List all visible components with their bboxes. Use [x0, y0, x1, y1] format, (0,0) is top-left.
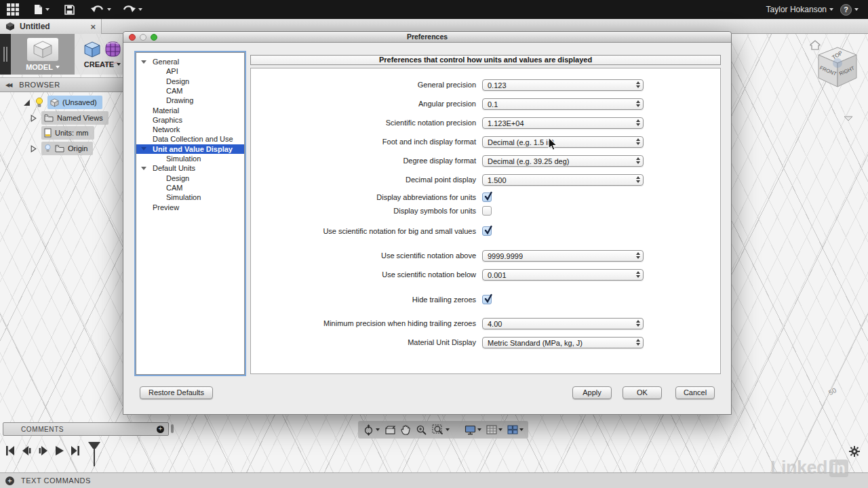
preferences-tree-item-unit-and-value-display[interactable]: Unit and Value Display	[136, 144, 244, 154]
display-abbreviations-for-units-checkbox[interactable]	[482, 192, 492, 202]
cancel-button[interactable]: Cancel	[675, 386, 715, 399]
collapsed-node-icon[interactable]	[30, 115, 37, 122]
create-form-icon[interactable]	[104, 41, 121, 58]
add-comment-icon[interactable]: +	[157, 426, 164, 433]
preferences-tree-item-general[interactable]: General	[136, 57, 244, 66]
preferences-tree-item-network[interactable]: Network	[136, 125, 244, 134]
select-stepper-icon[interactable]	[636, 156, 640, 166]
orbit-caret-icon[interactable]	[376, 428, 380, 431]
orbit-tool[interactable]	[363, 424, 380, 436]
units-item[interactable]: Units: mm	[41, 126, 94, 140]
select-stepper-icon[interactable]	[636, 99, 640, 109]
preferences-tree-item-simulation[interactable]: Simulation	[136, 192, 244, 202]
visibility-bulb-icon[interactable]	[35, 97, 44, 108]
grid-caret-icon[interactable]	[498, 428, 502, 431]
select-stepper-icon[interactable]	[636, 137, 640, 147]
zoom-tool[interactable]	[416, 424, 427, 436]
save-icon[interactable]	[64, 5, 75, 15]
model-workspace-menu[interactable]: MODEL	[11, 34, 75, 75]
preferences-tree-item-cam[interactable]: CAM	[136, 86, 244, 96]
select-stepper-icon[interactable]	[636, 251, 640, 261]
file-menu-icon[interactable]	[34, 4, 50, 15]
fit-tool[interactable]	[432, 424, 450, 436]
preferences-tree-item-design[interactable]: Design	[136, 77, 244, 86]
degree-display-format-select[interactable]: Decimal (e.g. 39.25 deg)	[482, 155, 644, 167]
viewcube-cube[interactable]: TOP FRONT RIGHT	[818, 47, 856, 87]
fit-caret-icon[interactable]	[446, 428, 450, 431]
close-window-icon[interactable]	[129, 34, 136, 41]
grid-snap-settings[interactable]	[486, 425, 502, 434]
viewcube-menu-icon[interactable]	[844, 117, 852, 121]
visibility-bulb-off-icon[interactable]	[44, 144, 52, 153]
viewcube[interactable]: TOP FRONT RIGHT	[804, 37, 868, 131]
general-precision-select[interactable]: 0.123	[482, 79, 644, 91]
select-stepper-icon[interactable]	[636, 319, 640, 329]
go-to-start-button[interactable]	[5, 445, 15, 456]
create-box-icon[interactable]	[83, 41, 101, 58]
named-views-item[interactable]: Named Views	[41, 111, 108, 125]
preferences-tree-item-cam[interactable]: CAM	[136, 183, 244, 192]
preferences-tree-item-default-units[interactable]: Default Units	[136, 163, 244, 173]
step-forward-button[interactable]	[38, 445, 49, 456]
preferences-tree-item-data-collection-and-use[interactable]: Data Collection and Use	[136, 134, 244, 144]
document-root-item[interactable]: (Unsaved)	[47, 96, 102, 109]
select-stepper-icon[interactable]	[636, 80, 640, 90]
decimal-point-display-select[interactable]: 1.500	[482, 174, 644, 186]
display-symbols-for-units-checkbox[interactable]	[482, 206, 492, 216]
display-settings[interactable]	[465, 425, 481, 435]
timeline-marker[interactable]	[87, 442, 102, 466]
minimum-precision-when-hiding-trailing-zeroes-select[interactable]: 4.00	[482, 318, 644, 329]
tree-expander-icon[interactable]	[141, 147, 146, 150]
tree-expander-icon[interactable]	[141, 167, 146, 170]
minimize-window-icon[interactable]	[140, 34, 146, 41]
look-at-tool[interactable]	[384, 425, 396, 435]
use-scientific-notation-above-select[interactable]: 9999.9999	[482, 250, 644, 262]
angular-precision-select[interactable]: 0.1	[482, 98, 644, 110]
comments-panel[interactable]: COMMENTS +	[3, 422, 169, 436]
browser-item-unsaved[interactable]: (Unsaved)	[0, 96, 102, 109]
viewports-settings[interactable]	[507, 425, 524, 434]
step-back-button[interactable]	[21, 445, 32, 456]
text-commands-toggle-icon[interactable]: +	[5, 476, 14, 485]
redo-caret-icon[interactable]	[138, 8, 142, 11]
create-menu[interactable]: CREATE	[75, 34, 130, 75]
browser-collapse-icon[interactable]: ◀◀	[5, 82, 11, 88]
scientific-notation-precision-select[interactable]: 1.123E+04	[482, 117, 644, 129]
preferences-tree-item-simulation[interactable]: Simulation	[136, 154, 244, 163]
viewports-caret-icon[interactable]	[519, 428, 524, 431]
preferences-tree-item-api[interactable]: API	[136, 66, 244, 76]
hide-trailing-zeroes-checkbox[interactable]	[482, 295, 492, 304]
expanded-node-icon[interactable]	[23, 99, 31, 106]
restore-defaults-button[interactable]: Restore Defaults	[140, 386, 213, 399]
help-icon[interactable]: ?	[840, 4, 852, 16]
toolbar-grip-handle[interactable]	[0, 34, 11, 75]
browser-item-origin[interactable]: Origin	[0, 142, 93, 155]
redo-icon[interactable]	[122, 5, 142, 14]
foot-and-inch-display-format-select[interactable]: Decimal (e.g. 1.5 in)	[482, 136, 644, 148]
app-grid-icon[interactable]	[7, 3, 19, 16]
comments-scrollbar[interactable]	[171, 424, 174, 433]
browser-item-named-views[interactable]: Named Views	[0, 111, 108, 125]
go-to-end-button[interactable]	[71, 445, 80, 456]
zoom-window-icon[interactable]	[151, 34, 157, 41]
undo-icon[interactable]	[91, 5, 111, 14]
tree-expander-icon[interactable]	[141, 60, 146, 64]
preferences-tree-item-drawing[interactable]: Drawing	[136, 96, 244, 105]
apply-button[interactable]: Apply	[572, 386, 612, 399]
select-stepper-icon[interactable]	[636, 118, 640, 128]
tab-close-icon[interactable]: ×	[90, 22, 96, 31]
user-menu[interactable]: Taylor Hokanson	[766, 5, 833, 14]
settings-gear-icon[interactable]	[849, 446, 860, 457]
play-button[interactable]	[55, 445, 64, 456]
preferences-tree-item-design[interactable]: Design	[136, 174, 244, 183]
ok-button[interactable]: OK	[623, 386, 662, 399]
preferences-tree-item-material[interactable]: Material	[136, 106, 244, 115]
home-icon[interactable]	[810, 41, 820, 49]
collapsed-node-icon[interactable]	[30, 145, 37, 152]
select-stepper-icon[interactable]	[636, 270, 640, 280]
dialog-title-bar[interactable]: Preferences	[123, 32, 731, 43]
pan-tool[interactable]	[401, 424, 411, 435]
browser-item-units[interactable]: Units: mm	[0, 126, 94, 140]
select-stepper-icon[interactable]	[636, 338, 640, 348]
preferences-tree-item-preview[interactable]: Preview	[136, 203, 244, 212]
